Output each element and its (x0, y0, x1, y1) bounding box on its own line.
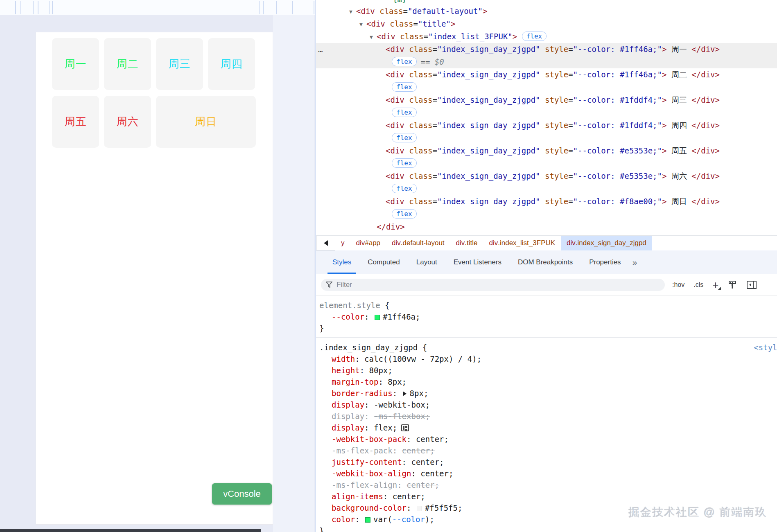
page-preview-region: 周一周二周三周四周五周六周日 vConsole (0, 0, 315, 532)
expand-triangle-icon[interactable] (403, 391, 407, 396)
vconsole-button[interactable]: vConsole (212, 483, 272, 505)
styles-property[interactable]: -webkit-box-align: center; (319, 468, 777, 479)
rule-selector[interactable]: element.style { (319, 300, 777, 311)
elements-code-line[interactable]: flex (316, 132, 777, 144)
color-swatch[interactable] (417, 506, 422, 511)
dock-panel-toggle-icon[interactable] (746, 280, 757, 290)
weekday-card[interactable]: 周一 (52, 38, 99, 90)
elements-code-line[interactable]: flex== $0 (316, 56, 777, 68)
breadcrumb: ydiv#appdiv.default-layoutdiv.titlediv.i… (316, 235, 777, 250)
elements-code-line[interactable]: <div class="index_sign_day_zjgpd" style=… (316, 119, 777, 132)
styles-property[interactable]: display: -ms-flexbox; (319, 410, 777, 422)
elements-code-line[interactable]: <div class="index_sign_day_zjgpd" style=… (316, 94, 777, 106)
hover-state-toggle[interactable]: :hov (672, 281, 684, 289)
styles-property[interactable]: display: -webkit-box; (319, 399, 777, 410)
flex-badge[interactable]: flex (392, 82, 417, 92)
flex-badge[interactable]: flex (522, 32, 547, 41)
dollar-zero-hint: == $0 (421, 57, 444, 66)
elements-code-line[interactable]: <div class="index_sign_day_zjgpd" style=… (316, 68, 777, 81)
breadcrumb-item[interactable]: div.default-layout (386, 236, 450, 250)
elements-code-line[interactable]: <div class="index_sign_day_zjgpd" style=… (316, 170, 777, 183)
color-swatch[interactable] (375, 315, 380, 320)
elements-code-line[interactable]: </div> (316, 221, 777, 233)
filter-toggles: :hov .cls + (672, 280, 757, 290)
styles-property[interactable]: justify-content: center; (319, 456, 777, 468)
elements-code-line[interactable]: ▼<div class="title"> (316, 18, 777, 30)
flex-badge[interactable]: flex (392, 133, 417, 142)
styles-property[interactable]: border-radius: 8px; (319, 388, 777, 399)
rule-source-link[interactable]: <style (754, 342, 777, 353)
styles-property[interactable]: --color: #1ff46a; (319, 311, 777, 322)
styles-property[interactable]: -ms-flex-align: center; (319, 479, 777, 491)
style-rule[interactable]: .index_sign_day_zjgpd {<stylewidth: calc… (316, 338, 777, 532)
weekday-card[interactable]: 周三 (156, 38, 203, 90)
new-style-rule-button[interactable]: + (712, 281, 718, 289)
more-actions-icon: … (318, 43, 323, 56)
elements-tree[interactable]: {…} ▼<div class="default-layout">▼<div c… (316, 0, 777, 235)
tab-styles[interactable]: Styles (324, 250, 359, 274)
flex-badge[interactable]: flex (392, 108, 417, 117)
tab-computed[interactable]: Computed (359, 250, 408, 274)
expand-arrow-icon[interactable]: ▼ (349, 5, 352, 18)
dropdown-corner-icon (718, 287, 721, 290)
elements-code-line[interactable]: flex (316, 208, 777, 221)
elements-code-line[interactable]: …<div class="index_sign_day_zjgpd" style… (316, 43, 777, 56)
styles-filter-row: Filter :hov .cls + (316, 274, 777, 295)
styles-property[interactable]: background-color: #f5f5f5; (319, 502, 777, 514)
weekday-card[interactable]: 周五 (52, 96, 99, 148)
breadcrumb-item[interactable]: div#app (350, 236, 386, 250)
weekday-card[interactable]: 周四 (208, 38, 255, 90)
flex-badge[interactable]: flex (392, 57, 417, 66)
elements-code-line[interactable]: flex (316, 157, 777, 170)
elements-code-line[interactable]: flex (316, 106, 777, 119)
elements-code-line[interactable]: <div class="index_sign_day_zjgpd" style=… (316, 195, 777, 208)
devtools-panel: {…} ▼<div class="default-layout">▼<div c… (315, 0, 777, 532)
bottom-bar (0, 529, 261, 532)
weekday-card[interactable]: 周二 (104, 38, 151, 90)
styles-property[interactable]: color: var(--color); (319, 514, 777, 525)
filter-input[interactable]: Filter (321, 279, 665, 291)
styles-property[interactable]: -webkit-box-pack: center; (319, 433, 777, 445)
styles-property[interactable]: margin-top: 8px; (319, 376, 777, 388)
browser-tab-strip (0, 0, 315, 15)
funnel-icon (326, 282, 332, 288)
flexbox-editor-icon[interactable] (401, 424, 409, 431)
styles-property[interactable]: align-items: center; (319, 491, 777, 502)
flex-badge[interactable]: flex (392, 209, 417, 219)
elements-code-line[interactable]: <div class="index_sign_day_zjgpd" style=… (316, 144, 777, 157)
class-toggle[interactable]: .cls (693, 281, 703, 289)
elements-code-line[interactable]: ▼<div class="default-layout"> (316, 5, 777, 18)
weekday-card[interactable]: 周六 (104, 96, 151, 148)
more-tabs-icon[interactable]: » (629, 257, 640, 267)
breadcrumb-item[interactable]: div.title (450, 236, 483, 250)
breadcrumb-item[interactable]: div.index_list_3FPUK (483, 236, 561, 250)
breadcrumb-scroll-left-button[interactable] (316, 236, 335, 250)
elements-code-line[interactable]: flex (316, 81, 777, 94)
rendering-brush-icon[interactable] (727, 280, 737, 290)
tab-dom-breakpoints[interactable]: DOM Breakpoints (510, 250, 581, 274)
flex-badge[interactable]: flex (392, 158, 417, 168)
styles-property[interactable]: width: calc((100vw - 72px) / 4); (319, 353, 777, 365)
expand-arrow-icon[interactable]: ▼ (359, 18, 363, 31)
color-swatch[interactable] (365, 517, 370, 523)
weekday-card-grid: 周一周二周三周四周五周六周日 (52, 38, 257, 148)
filter-placeholder: Filter (337, 281, 352, 289)
tab-event-listeners[interactable]: Event Listeners (445, 250, 510, 274)
rule-selector[interactable]: .index_sign_day_zjgpd { (319, 342, 777, 353)
styles-property[interactable]: display: flex; (319, 422, 777, 433)
expand-arrow-icon[interactable]: ▼ (370, 31, 373, 43)
flex-badge[interactable]: flex (392, 184, 417, 193)
tab-properties[interactable]: Properties (581, 250, 629, 274)
elements-code-line[interactable]: ▼<div class="index_list_3FPUK"> flex (316, 30, 777, 43)
weekday-card[interactable]: 周日 (156, 96, 256, 148)
elements-code-line[interactable]: flex (316, 183, 777, 195)
styles-property[interactable]: -ms-flex-pack: center; (319, 445, 777, 456)
styles-pane[interactable]: element.style {--color: #1ff46a;}.index_… (316, 295, 777, 532)
tab-layout[interactable]: Layout (408, 250, 445, 274)
styles-property[interactable]: height: 80px; (319, 365, 777, 376)
devtools-tab-bar: StylesComputedLayoutEvent ListenersDOM B… (316, 250, 777, 274)
screen: 周一周二周三周四周五周六周日 vConsole {…} ▼<div class=… (0, 0, 777, 532)
breadcrumb-item[interactable]: div.index_sign_day_zjgpd (561, 236, 652, 250)
style-rule[interactable]: element.style {--color: #1ff46a;} (316, 295, 777, 338)
breadcrumb-item[interactable]: y (335, 236, 350, 250)
